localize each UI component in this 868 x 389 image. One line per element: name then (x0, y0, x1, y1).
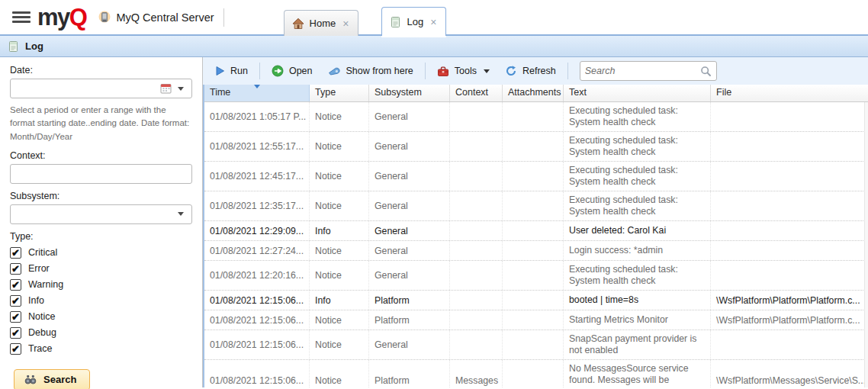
cell-attachments (503, 291, 564, 310)
cell-time: 01/08/2021 12:45:17... (204, 162, 310, 191)
log-table-row[interactable]: 01/08/2021 12:55:17...NoticeGeneralExecu… (204, 132, 868, 162)
sort-arrow-icon (254, 85, 260, 88)
vertical-scrollbar[interactable] (864, 102, 868, 387)
subsystem-dropdown-trigger[interactable] (175, 211, 187, 217)
column-header-label: Text (569, 87, 587, 98)
type-checkbox-label: Debug (28, 327, 56, 338)
cell-attachments (503, 310, 564, 330)
tools-button[interactable]: Tools (431, 63, 496, 80)
content-area: Date: Select a period or enter a range w… (0, 57, 868, 387)
column-header-attachments[interactable]: Attachments (503, 85, 564, 101)
log-table-row[interactable]: 01/08/2021 12:15:06...NoticePlatformMess… (204, 360, 868, 387)
calendar-icon[interactable] (157, 82, 175, 95)
open-arrow-icon (272, 65, 284, 77)
tab-log-close-icon[interactable]: × (429, 16, 438, 28)
log-grid: TimeTypeSubsystemContextAttachmentsTextF… (203, 85, 868, 387)
tools-dropdown-arrow-icon (484, 69, 490, 73)
type-checkbox-critical[interactable]: ✔Critical (10, 245, 192, 261)
toolbox-icon (437, 66, 449, 77)
myq-logo: myQ (37, 5, 86, 29)
date-field[interactable] (10, 79, 192, 98)
log-table-row[interactable]: 01/08/2021 12:15:06...NoticeGeneralSnapS… (204, 330, 868, 360)
cell-attachments (503, 162, 564, 191)
cell-text: User deleted: Carol Kai (564, 221, 711, 240)
cell-time: 01/08/2021 1:05:17 P... (204, 102, 310, 131)
log-table-row[interactable]: 01/08/2021 12:27:24...NoticeGeneralLogin… (204, 241, 868, 261)
cell-context: Messages (450, 360, 503, 387)
cell-context (450, 221, 503, 240)
log-table-row[interactable]: 01/08/2021 12:20:16...NoticeGeneralExecu… (204, 261, 868, 291)
show-from-here-button[interactable]: Show from here (322, 63, 420, 79)
logo-text-q: Q (69, 5, 87, 29)
cell-text: Executing scheduled task: System health … (564, 102, 711, 131)
log-table-row[interactable]: 01/08/2021 12:29:09...InfoGeneralUser de… (204, 221, 868, 241)
checkbox-icon[interactable]: ✔ (10, 343, 21, 355)
type-checkbox-trace[interactable]: ✔Trace (10, 341, 192, 357)
subsystem-input[interactable] (15, 209, 175, 220)
checkbox-icon[interactable]: ✔ (10, 295, 21, 307)
cell-subsystem: General (369, 261, 450, 290)
log-table-row[interactable]: 01/08/2021 12:15:06...InfoPlatformbooted… (204, 291, 868, 310)
column-header-file[interactable]: File (711, 85, 868, 101)
column-header-text[interactable]: Text (564, 85, 711, 101)
checkbox-icon[interactable]: ✔ (10, 311, 21, 323)
subsystem-select[interactable] (10, 204, 192, 224)
tab-log[interactable]: Log × (381, 7, 446, 36)
grid-header-row: TimeTypeSubsystemContextAttachmentsTextF… (204, 85, 868, 102)
date-input[interactable] (15, 83, 157, 94)
search-button[interactable]: Search (14, 369, 90, 389)
checkbox-icon[interactable]: ✔ (10, 247, 21, 259)
log-search-box[interactable] (580, 61, 717, 81)
cell-attachments (503, 360, 564, 387)
cell-subsystem: General (369, 132, 450, 161)
cell-type: Info (310, 291, 369, 310)
checkbox-icon[interactable]: ✔ (10, 327, 21, 339)
cell-subsystem: General (369, 221, 450, 240)
log-table-row[interactable]: 01/08/2021 12:35:17...NoticeGeneralExecu… (204, 191, 868, 221)
cell-context (450, 102, 503, 131)
column-header-subsystem[interactable]: Subsystem (369, 85, 450, 101)
date-dropdown-trigger[interactable] (175, 85, 187, 92)
cell-subsystem: General (369, 241, 450, 260)
type-checkbox-info[interactable]: ✔Info (10, 293, 192, 309)
context-field[interactable] (10, 164, 192, 184)
refresh-button[interactable]: Refresh (499, 62, 562, 80)
open-button[interactable]: Open (265, 62, 319, 80)
log-table-row[interactable]: 01/08/2021 12:45:17...NoticeGeneralExecu… (204, 162, 868, 191)
run-button[interactable]: Run (209, 63, 254, 79)
column-header-time[interactable]: Time (204, 85, 310, 101)
log-table-row[interactable]: 01/08/2021 1:05:17 P...NoticeGeneralExec… (204, 102, 868, 132)
checkbox-icon[interactable]: ✔ (10, 279, 21, 291)
cell-time: 01/08/2021 12:29:09... (204, 221, 310, 240)
cell-context (450, 241, 503, 260)
checkbox-icon[interactable]: ✔ (10, 263, 21, 275)
section-header: Log (0, 36, 868, 57)
cell-time: 01/08/2021 12:27:24... (204, 241, 310, 260)
server-printer-icon (98, 10, 111, 24)
tab-home[interactable]: Home × (284, 10, 359, 36)
cell-subsystem: General (369, 191, 450, 220)
cell-context (450, 330, 503, 359)
type-checkbox-error[interactable]: ✔Error (10, 261, 192, 277)
tab-home-close-icon[interactable]: × (341, 18, 350, 30)
binoculars-icon (24, 375, 37, 384)
cell-context (450, 291, 503, 310)
column-header-type[interactable]: Type (310, 85, 369, 101)
type-checkbox-notice[interactable]: ✔Notice (10, 309, 192, 325)
cell-attachments (503, 221, 564, 240)
log-search-input[interactable] (585, 66, 700, 76)
hamburger-menu-icon[interactable] (12, 11, 31, 23)
type-checkbox-warning[interactable]: ✔Warning (10, 277, 192, 293)
cell-type: Notice (310, 310, 369, 330)
page-title: Log (25, 40, 43, 52)
log-table-row[interactable]: 01/08/2021 12:15:06...NoticePlatformStar… (204, 310, 868, 330)
cell-time: 01/08/2021 12:15:06... (204, 330, 310, 359)
cell-time: 01/08/2021 12:35:17... (204, 191, 310, 220)
server-name-label: MyQ Central Server (116, 11, 214, 24)
column-header-context[interactable]: Context (450, 85, 503, 101)
cell-context (450, 132, 503, 161)
context-input[interactable] (15, 169, 187, 179)
log-page-icon (390, 16, 401, 28)
cell-type: Notice (310, 261, 369, 290)
type-checkbox-debug[interactable]: ✔Debug (10, 325, 192, 341)
